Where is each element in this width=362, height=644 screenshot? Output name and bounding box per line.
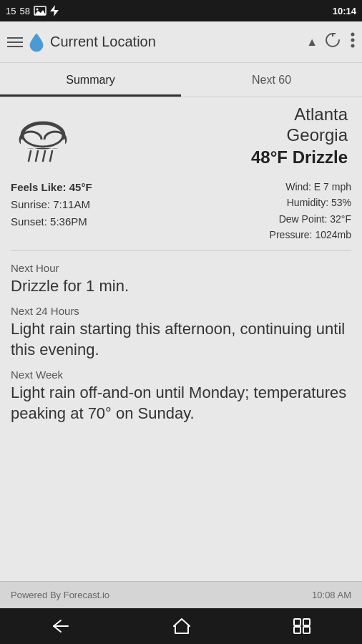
status-time-left: 15 — [6, 6, 16, 16]
svg-point-5 — [351, 44, 355, 48]
svg-point-3 — [351, 33, 355, 36]
forecast-next-week-text: Light rain off-and-on until Monday; temp… — [11, 383, 351, 424]
forecast-next-hour: Next Hour Drizzle for 1 min. — [11, 262, 351, 297]
home-button[interactable] — [172, 618, 191, 635]
forecast-next-week-label: Next Week — [11, 369, 351, 381]
forecast-next-24-label: Next 24 Hours — [11, 305, 351, 317]
svg-marker-16 — [174, 619, 190, 633]
city-name: Atlanta — [89, 104, 348, 125]
svg-line-14 — [50, 151, 52, 161]
refresh-button[interactable] — [325, 32, 341, 52]
weather-details: Feels Like: 45°F Sunrise: 7:11AM Sunset:… — [11, 179, 351, 251]
feels-like: Feels Like: 45°F — [11, 179, 181, 196]
svg-line-11 — [29, 151, 31, 161]
svg-rect-18 — [303, 619, 310, 625]
weather-header: Atlanta Georgia 48°F Drizzle — [11, 104, 351, 168]
weather-icon — [11, 108, 89, 168]
forecast-next-hour-label: Next Hour — [11, 262, 351, 274]
status-time-right: 10:14 — [333, 6, 356, 16]
temp-condition: 48°F Drizzle — [89, 146, 348, 168]
details-right: Wind: E 7 mph Humidity: 53% Dew Point: 3… — [181, 179, 351, 243]
svg-rect-19 — [294, 627, 300, 633]
details-left: Feels Like: 45°F Sunrise: 7:11AM Sunset:… — [11, 179, 181, 243]
status-battery-num: 58 — [19, 6, 29, 16]
main-content: Atlanta Georgia 48°F Drizzle Feels Like:… — [0, 97, 362, 572]
svg-line-13 — [43, 151, 45, 161]
tab-bar: Summary Next 60 — [0, 63, 362, 97]
signal-icon: ▲ — [306, 36, 318, 49]
sunset: Sunset: 5:36PM — [11, 213, 181, 230]
weather-description: Atlanta Georgia 48°F Drizzle — [89, 104, 351, 168]
svg-line-12 — [36, 151, 38, 161]
water-drop-icon — [29, 32, 44, 52]
powered-by: Powered By Forecast.io — [11, 590, 109, 600]
forecast-next-24-text: Light rain starting this afternoon, cont… — [11, 319, 351, 360]
humidity: Humidity: 53% — [181, 195, 351, 210]
svg-rect-20 — [303, 627, 310, 633]
menu-button[interactable] — [7, 37, 23, 47]
status-bar: 15 58 10:14 — [0, 0, 362, 21]
wind: Wind: E 7 mph — [181, 179, 351, 195]
pressure: Pressure: 1024mb — [181, 227, 351, 243]
forecast-next-24: Next 24 Hours Light rain starting this a… — [11, 305, 351, 360]
forecast-next-week: Next Week Light rain off-and-on until Mo… — [11, 369, 351, 424]
nav-bar — [0, 608, 362, 644]
state-name: Georgia — [89, 125, 348, 146]
svg-point-1 — [36, 9, 38, 11]
svg-marker-2 — [50, 5, 59, 16]
location-title: Current Location — [50, 34, 306, 50]
lightning-icon — [50, 5, 59, 16]
dew-point: Dew Point: 32°F — [181, 211, 351, 227]
footer-timestamp: 10:08 AM — [312, 590, 351, 600]
svg-rect-17 — [294, 619, 300, 625]
image-icon — [34, 6, 47, 16]
svg-point-4 — [351, 39, 355, 42]
toolbar: Current Location ▲ — [0, 21, 362, 63]
tab-summary[interactable]: Summary — [0, 63, 181, 97]
sunrise: Sunrise: 7:11AM — [11, 196, 181, 213]
back-button[interactable] — [51, 618, 71, 635]
footer: Powered By Forecast.io 10:08 AM — [0, 581, 362, 608]
recents-button[interactable] — [293, 618, 311, 635]
tab-next60[interactable]: Next 60 — [181, 63, 362, 97]
more-button[interactable] — [351, 32, 355, 52]
forecast-next-hour-text: Drizzle for 1 min. — [11, 276, 351, 297]
